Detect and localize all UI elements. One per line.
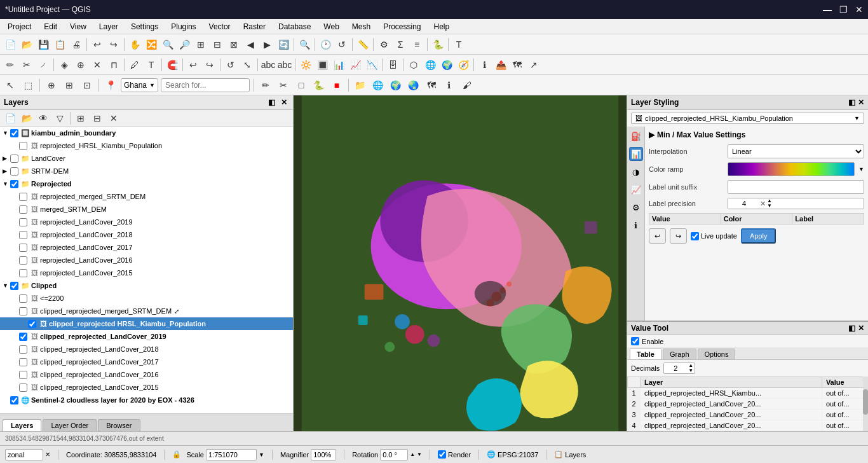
layer-item-clipped-lc2017[interactable]: 🖼 clipped_reprojected_LandCover_2017 — [0, 356, 293, 368]
cb-merged-srtm[interactable] — [19, 205, 27, 214]
zoom-layer-btn[interactable]: ⊟ — [210, 37, 225, 52]
menu-raster[interactable]: Raster — [238, 21, 271, 32]
zoom-prev-btn[interactable]: ◀ — [243, 37, 258, 52]
cb-lte2200[interactable] — [19, 294, 27, 303]
vt-tab-table[interactable]: Table — [630, 349, 661, 359]
export-btn[interactable]: 📤 — [493, 57, 508, 73]
refresh2-btn[interactable]: ↺ — [334, 37, 349, 52]
zoom-to-layer-btn[interactable]: ⤢ — [174, 308, 179, 315]
color-ramp-dropdown-btn[interactable]: ▼ — [858, 166, 864, 172]
layer-item-clipped-lc2018[interactable]: 🖼 clipped_reprojected_LandCover_2018 — [0, 343, 293, 356]
pan-map-btn[interactable]: 🔀 — [144, 37, 159, 52]
add-layer-btn[interactable]: 📄 — [3, 111, 18, 126]
cb-clipped-lc2019[interactable] — [19, 333, 27, 341]
info-btn[interactable]: ℹ — [477, 57, 492, 73]
cb-repr-merged-srtm[interactable] — [19, 193, 27, 201]
select2-btn[interactable]: ⬚ — [20, 78, 36, 93]
map-canvas[interactable] — [294, 95, 627, 431]
cb-repr-hrsl[interactable] — [19, 142, 27, 150]
layer-item-clipped-lc2019[interactable]: 🖼 clipped_reprojected_LandCover_2019 — [0, 330, 293, 343]
cb-sentinel[interactable] — [10, 396, 18, 404]
rotation-arrow-up[interactable]: ▲ — [410, 452, 415, 457]
layer-item-repr-lc2015[interactable]: 🖼 reprojected_LandCover_2015 — [0, 266, 293, 279]
visible-btn[interactable]: 👁 — [36, 111, 51, 126]
vt-tab-graph[interactable]: Graph — [663, 349, 696, 359]
expand-srtm[interactable]: ▶ — [3, 168, 9, 174]
value-tool-close[interactable]: ✕ — [858, 324, 864, 333]
style-icon-pipeline[interactable]: ⛽ — [629, 129, 643, 143]
menu-help[interactable]: Help — [429, 21, 455, 32]
stats-btn[interactable]: Σ — [393, 37, 408, 52]
layer-item-srtm[interactable]: ▶ 📁 SRTM-DEM — [0, 165, 293, 177]
scale-dropdown[interactable]: ▼ — [259, 452, 264, 458]
merge-btn[interactable]: ⊓ — [106, 57, 121, 73]
decimals-input[interactable] — [664, 363, 687, 373]
zoom-full-btn[interactable]: ⊞ — [193, 37, 208, 52]
label-precision-clear[interactable]: ✕ — [760, 200, 766, 208]
db-btn[interactable]: 🗄 — [385, 57, 400, 73]
label2-btn[interactable]: abc — [277, 57, 292, 73]
menu-mesh[interactable]: Mesh — [347, 21, 376, 32]
interpolation-select[interactable]: Linear Discrete Exact — [728, 144, 864, 158]
style-icon-histogram2[interactable]: 📈 — [629, 183, 643, 197]
style-icon-metadata[interactable]: ℹ — [629, 218, 643, 232]
cb-repr-lc2017[interactable] — [19, 244, 27, 252]
menu-plugins[interactable]: Plugins — [166, 21, 201, 32]
enable-cb[interactable] — [631, 337, 639, 345]
collapse-all-btn[interactable]: ⊟ — [90, 111, 105, 126]
menu-web[interactable]: Web — [318, 21, 344, 32]
save-project-btn[interactable]: 💾 — [36, 37, 51, 52]
layer-item-sentinel[interactable]: 🌐 Sentinel-2 cloudless layer for 2020 by… — [0, 394, 293, 406]
info2-btn[interactable]: ℹ — [442, 78, 457, 93]
layer-item-repr-hrsl[interactable]: 🖼 reprojected_HRSL_Kiambu_Population — [0, 139, 293, 152]
style-icon-rendering[interactable]: ⚙ — [629, 200, 643, 214]
highlight2-btn[interactable]: 🔳 — [315, 57, 330, 73]
undo-style-btn[interactable]: ↩ — [649, 228, 666, 244]
layer-item-merged-srtm[interactable]: 🖼 merged_SRTM_DEM — [0, 203, 293, 216]
cb-repr-lc2016[interactable] — [19, 256, 27, 265]
settings-btn[interactable]: ⚙ — [376, 37, 391, 52]
measure-btn[interactable]: 📏 — [355, 37, 370, 52]
help-btn[interactable]: T — [451, 37, 466, 52]
tab-layer-order[interactable]: Layer Order — [43, 419, 97, 431]
layer-tree[interactable]: ▼ 🔲 kiambu_admin_boundary 🖼 reprojected_… — [0, 127, 293, 413]
decimals-down[interactable]: ▼ — [687, 368, 695, 373]
cb-landcover[interactable] — [10, 155, 18, 163]
window-controls[interactable]: — ❐ ✕ — [823, 4, 863, 15]
locate-btn[interactable]: 📍 — [103, 78, 118, 93]
open-layer-btn[interactable]: 📂 — [19, 111, 34, 126]
cb-clipped-lc2018[interactable] — [19, 345, 27, 354]
annotation-btn[interactable]: 🖊 — [127, 57, 142, 73]
expand-landcover[interactable]: ▶ — [3, 155, 9, 162]
magnifier-input[interactable] — [311, 449, 336, 460]
globe6-btn[interactable]: 🗺 — [424, 78, 439, 93]
draw-btn[interactable]: ⬡ — [406, 57, 421, 73]
text-btn[interactable]: T — [144, 57, 159, 73]
value-tool-pin[interactable]: ◧ — [848, 324, 855, 333]
edit2-btn[interactable]: ✂ — [276, 78, 291, 93]
menu-layer[interactable]: Layer — [94, 21, 123, 32]
highlight-btn[interactable]: 🔆 — [298, 57, 313, 73]
globe2-btn[interactable]: 🌍 — [439, 57, 454, 73]
globe-btn[interactable]: 🌐 — [423, 57, 438, 73]
stats2-btn[interactable]: ≡ — [409, 37, 424, 52]
print-btn[interactable]: 🖨 — [69, 37, 84, 52]
layer-item-clipped-grp[interactable]: ▼ 📁 Clipped — [0, 279, 293, 292]
diagram-btn[interactable]: 📊 — [331, 57, 346, 73]
expand-clipped[interactable]: ▼ — [3, 282, 9, 289]
zoom-in-btn[interactable]: 🔍 — [160, 37, 175, 52]
line-btn[interactable]: ⟋ — [36, 57, 51, 73]
cb-srtm[interactable] — [10, 167, 18, 176]
redo-style-btn[interactable]: ↪ — [670, 228, 687, 244]
minimize-btn[interactable]: — — [823, 4, 832, 15]
epsg-value[interactable]: EPSG:21037 — [498, 451, 538, 459]
cb-reprojected[interactable] — [10, 180, 18, 188]
layer-item-clipped-merged-srtm[interactable]: 🖼 clipped_reprojected_merged_SRTM_DEM ⤢ — [0, 305, 293, 317]
label-precision-input[interactable] — [728, 198, 760, 209]
scale-btn[interactable]: ⤡ — [240, 57, 255, 73]
layer-item-repr-lc2019[interactable]: 🖼 reprojected_LandCover_2019 — [0, 216, 293, 228]
menu-database[interactable]: Database — [273, 21, 316, 32]
panel-close[interactable]: ✕ — [279, 97, 289, 107]
label-unit-suffix-input[interactable] — [728, 180, 864, 194]
cb-clipped-lc2017[interactable] — [19, 358, 27, 366]
